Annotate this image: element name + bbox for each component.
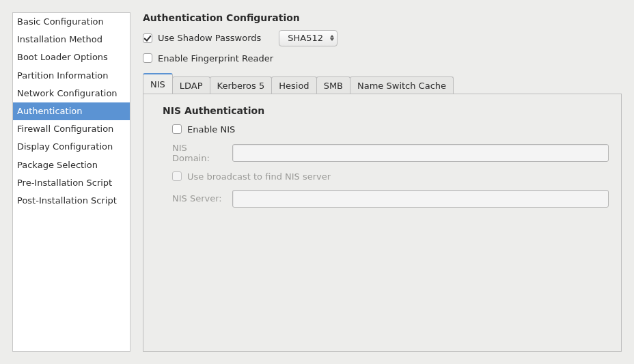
tab-smb[interactable]: SMB (316, 76, 350, 94)
sidebar-item-package-selection[interactable]: Package Selection (13, 156, 130, 174)
sidebar-item-partition-information[interactable]: Partition Information (13, 67, 130, 85)
sidebar-item-network-configuration[interactable]: Network Configuration (13, 85, 130, 102)
sidebar-item-post-installation-script[interactable]: Post-Installation Script (13, 192, 130, 210)
shadow-passwords-checkbox[interactable] (143, 33, 152, 43)
nis-server-label: NIS Server: (172, 193, 227, 204)
enable-nis-label: Enable NIS (187, 124, 235, 135)
nis-domain-label: NIS Domain: (172, 143, 227, 163)
shadow-passwords-label: Use Shadow Passwords (158, 33, 261, 43)
sidebar-item-firewall-configuration[interactable]: Firewall Configuration (13, 120, 130, 138)
nis-section-title: NIS Authentication (163, 105, 609, 116)
enable-nis-checkbox[interactable] (172, 124, 182, 134)
sidebar: Basic Configuration Installation Method … (12, 12, 130, 352)
fingerprint-reader-label: Enable Fingerprint Reader (158, 53, 273, 64)
fingerprint-reader-checkbox[interactable] (143, 53, 152, 63)
nis-domain-input[interactable] (232, 144, 609, 162)
tab-name-switch-cache[interactable]: Name Switch Cache (350, 76, 454, 94)
nis-broadcast-label: Use broadcast to find NIS server (187, 171, 331, 182)
sidebar-item-pre-installation-script[interactable]: Pre-Installation Script (13, 174, 130, 192)
sidebar-item-authentication[interactable]: Authentication (13, 102, 130, 120)
sidebar-item-display-configuration[interactable]: Display Configuration (13, 138, 130, 156)
tab-hesiod[interactable]: Hesiod (271, 76, 316, 94)
sidebar-item-basic-configuration[interactable]: Basic Configuration (13, 13, 130, 31)
page-title: Authentication Configuration (143, 12, 622, 23)
sidebar-item-boot-loader-options[interactable]: Boot Loader Options (13, 48, 130, 66)
auth-tab-bar: NIS LDAP Kerberos 5 Hesiod SMB Name Swit… (143, 73, 622, 94)
tab-nis[interactable]: NIS (143, 73, 173, 94)
sidebar-item-installation-method[interactable]: Installation Method (13, 31, 130, 48)
combo-spinner-icon (330, 35, 334, 41)
nis-broadcast-checkbox[interactable] (172, 171, 182, 181)
tab-ldap[interactable]: LDAP (172, 76, 210, 94)
hash-algorithm-combo[interactable]: SHA512 (279, 30, 337, 46)
nis-server-input[interactable] (232, 190, 609, 208)
main-panel: Authentication Configuration Use Shadow … (143, 12, 622, 352)
tab-kerberos[interactable]: Kerberos 5 (210, 76, 273, 94)
hash-algorithm-value: SHA512 (288, 33, 323, 44)
tab-page-nis: NIS Authentication Enable NIS NIS Domain… (143, 94, 622, 352)
